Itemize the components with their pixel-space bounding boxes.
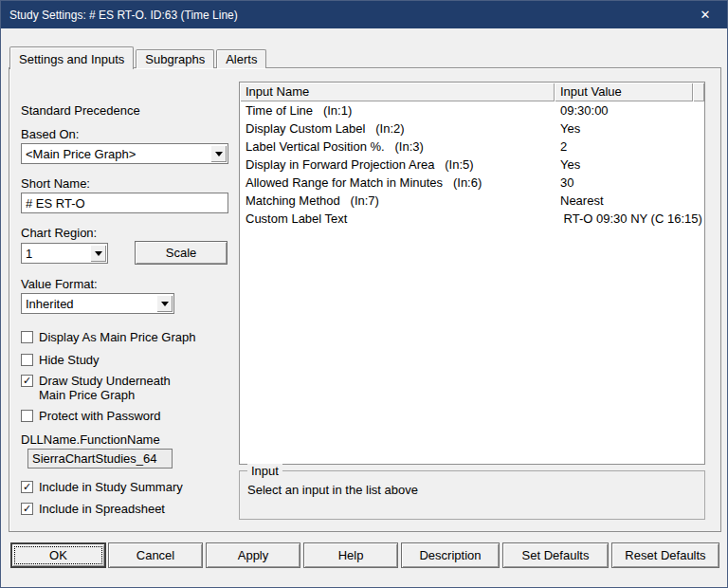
checkbox-icon — [21, 354, 33, 366]
set-defaults-button[interactable]: Set Defaults — [502, 542, 609, 568]
inputs-list-body: Time of Line (In:1) 09:30:00 Display Cus… — [240, 101, 704, 228]
input-value-cell: 09:30:00 — [555, 101, 704, 119]
input-value-cell: 2 — [555, 138, 704, 156]
table-row[interactable]: Time of Line (In:1) 09:30:00 — [240, 101, 704, 119]
tab-label: Alerts — [226, 52, 257, 66]
checkbox-icon: ✓ — [21, 375, 33, 387]
checkbox-icon — [21, 331, 33, 343]
scale-button[interactable]: Scale — [135, 241, 228, 265]
value-format-label: Value Format: — [21, 277, 98, 291]
value-format-value: Inherited — [26, 297, 155, 311]
column-header-input-value[interactable]: Input Value — [555, 83, 693, 101]
input-value-cell: Yes — [555, 119, 704, 138]
checkbox-icon — [21, 410, 33, 422]
input-groupbox: Input Select an input in the list above — [239, 470, 705, 520]
input-value-cell: Nearest — [555, 192, 704, 210]
short-name-input[interactable] — [21, 193, 228, 213]
tab-settings-and-inputs[interactable]: Settings and Inputs — [9, 46, 134, 69]
checkbox-label: Hide Study — [39, 353, 100, 367]
chevron-down-icon[interactable] — [90, 245, 106, 262]
table-row[interactable]: Allowed Range for Match in Minutes (In:6… — [240, 174, 704, 192]
inputs-list: Input Name Input Value Time of Line (In:… — [239, 82, 705, 465]
titlebar[interactable]: Study Settings: # ES RT-O. ID:63 (Time L… — [1, 1, 727, 28]
input-name-cell: Label Vertical Position %. (In:3) — [240, 138, 555, 156]
input-name-cell: Matching Method (In:7) — [240, 192, 555, 210]
dll-function-name-field[interactable] — [27, 449, 173, 469]
input-name-cell: Display in Forward Projection Area (In:5… — [240, 156, 555, 174]
settings-and-inputs-panel: Standard Precedence Based On: <Main Pric… — [9, 67, 721, 532]
inputs-list-header: Input Name Input Value — [240, 83, 704, 101]
input-value-cell: Yes — [555, 156, 704, 174]
checkbox-label: Include in Spreadsheet — [39, 502, 165, 516]
help-button[interactable]: Help — [303, 542, 398, 568]
apply-button[interactable]: Apply — [206, 542, 300, 568]
checkbox-draw-study-underneath[interactable]: ✓ Draw Study Underneath Main Price Graph — [21, 374, 186, 402]
table-row[interactable]: Display Custom Label (In:2) Yes — [240, 119, 704, 138]
input-groupbox-message: Select an input in the list above — [240, 471, 704, 497]
input-value-cell: 30 — [555, 174, 704, 192]
precedence-label: Standard Precedence — [21, 103, 140, 118]
checkbox-include-in-spreadsheet[interactable]: ✓ Include in Spreadsheet — [21, 502, 165, 516]
close-icon[interactable]: ✕ — [683, 1, 727, 28]
input-name-cell: Allowed Range for Match in Minutes (In:6… — [240, 174, 555, 192]
tab-strip: Settings and Inputs Subgraphs Alerts — [9, 46, 268, 68]
input-name-cell: Custom Label Text — [240, 210, 555, 228]
ok-button[interactable]: OK — [10, 542, 106, 568]
column-header-input-name[interactable]: Input Name — [240, 83, 555, 101]
tab-label: Subgraphs — [145, 52, 205, 66]
table-row[interactable]: Matching Method (In:7) Nearest — [240, 192, 704, 210]
chevron-down-icon[interactable] — [156, 295, 173, 312]
table-row[interactable]: Label Vertical Position %. (In:3) 2 — [240, 138, 704, 156]
chart-region-label: Chart Region: — [21, 226, 97, 240]
checkbox-label: Include in Study Summary — [39, 480, 183, 494]
checkbox-icon: ✓ — [21, 481, 33, 493]
checkbox-hide-study[interactable]: Hide Study — [21, 353, 100, 367]
chart-region-select[interactable]: 1 — [21, 243, 108, 264]
chart-region-value: 1 — [26, 247, 88, 261]
column-header-stub — [693, 83, 704, 101]
window-title: Study Settings: # ES RT-O. ID:63 (Time L… — [1, 9, 683, 22]
tab-label: Settings and Inputs — [19, 52, 124, 66]
study-settings-dialog: Study Settings: # ES RT-O. ID:63 (Time L… — [0, 0, 728, 588]
input-name-cell: Display Custom Label (In:2) — [240, 119, 555, 138]
based-on-select[interactable]: <Main Price Graph> — [21, 143, 228, 164]
value-format-select[interactable]: Inherited — [21, 293, 174, 314]
checkbox-icon: ✓ — [21, 503, 33, 515]
input-name-cell: Time of Line (In:1) — [240, 101, 555, 119]
chevron-down-icon[interactable] — [210, 145, 227, 162]
checkbox-protect-with-password[interactable]: Protect with Password — [21, 409, 161, 423]
table-row[interactable]: Custom Label Text RT-O 09:30 NY (C 16:15… — [240, 210, 704, 228]
dll-function-name-label: DLLName.FunctionName — [21, 432, 160, 447]
table-row[interactable]: Display in Forward Projection Area (In:5… — [240, 156, 704, 174]
input-groupbox-title: Input — [247, 464, 282, 478]
checkbox-label: Protect with Password — [39, 409, 161, 423]
tab-subgraphs[interactable]: Subgraphs — [136, 49, 214, 68]
tab-alerts[interactable]: Alerts — [216, 49, 266, 68]
cancel-button[interactable]: Cancel — [108, 542, 203, 568]
checkbox-display-as-main-price-graph[interactable]: Display As Main Price Graph — [21, 330, 195, 344]
based-on-value: <Main Price Graph> — [26, 147, 209, 161]
short-name-label: Short Name: — [21, 176, 90, 191]
checkbox-include-in-study-summary[interactable]: ✓ Include in Study Summary — [21, 480, 183, 494]
checkbox-label: Draw Study Underneath Main Price Graph — [39, 374, 186, 402]
checkbox-label: Display As Main Price Graph — [39, 330, 195, 344]
reset-defaults-button[interactable]: Reset Defaults — [611, 542, 719, 568]
input-value-cell: RT-O 09:30 NY (C 16:15) — [555, 210, 704, 228]
description-button[interactable]: Description — [401, 542, 500, 568]
based-on-label: Based On: — [21, 127, 79, 141]
